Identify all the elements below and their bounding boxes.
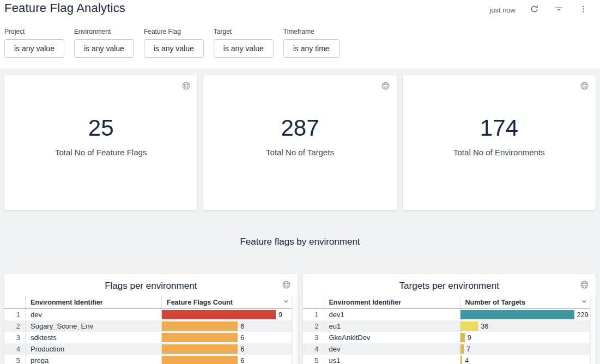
kpi-tile: 174 Total No of Environments (403, 75, 596, 210)
bar[interactable] (162, 310, 276, 319)
chevron-down-icon[interactable] (283, 298, 289, 306)
bar[interactable] (460, 310, 574, 319)
filter-value-button[interactable]: is any value (214, 39, 274, 58)
table-body: 1 dev1 229 2 eu1 36 3 GkeAnkitDev 9 4 de… (303, 309, 590, 364)
environment-identifier-cell: dev (25, 309, 161, 320)
filter-value-button[interactable]: is any value (144, 39, 204, 58)
bar[interactable] (162, 321, 238, 331)
table-row[interactable]: 5 prega 6 (4, 355, 292, 364)
table-row[interactable]: 5 us1 4 (303, 355, 590, 364)
measure-cell: 7 (460, 343, 590, 355)
bar-value-label: 229 (577, 311, 589, 319)
measure-cell: 6 (161, 320, 292, 332)
filter-label: Feature Flag (144, 28, 204, 35)
bar-value-label: 9 (278, 311, 282, 319)
filter-icon (554, 4, 563, 15)
globe-icon[interactable] (580, 280, 589, 292)
panel-row: Flags per environment Environment Identi… (4, 274, 596, 364)
scrollbar-track[interactable] (292, 296, 298, 364)
kpi-label: Total No of Feature Flags (55, 148, 147, 157)
section-title: Feature flags by environment (0, 236, 600, 247)
table-row[interactable]: 4 dev 7 (303, 343, 590, 355)
chart-tile: Flags per environment Environment Identi… (4, 274, 298, 364)
kpi-content: 287 Total No of Targets (266, 116, 334, 156)
column-header-measure[interactable]: Feature Flags Count (161, 296, 292, 308)
filter-label: Timeframe (283, 28, 340, 35)
bar-value-label: 4 (465, 357, 469, 364)
environment-identifier-cell: Sugary_Scone_Env (25, 320, 161, 332)
data-table: Environment Identifier Number of Targets… (303, 296, 591, 364)
data-table: Environment Identifier Feature Flags Cou… (4, 296, 292, 364)
chart-tile-header: Flags per environment (4, 274, 298, 296)
row-number-cell: 1 (303, 311, 324, 319)
kpi-tile: 287 Total No of Targets (203, 75, 396, 210)
bar[interactable] (460, 356, 463, 364)
filter-value-button[interactable]: is any value (4, 39, 64, 58)
table-body: 1 dev 9 2 Sugary_Scone_Env 6 3 sdktests … (4, 309, 292, 364)
column-header-measure[interactable]: Number of Targets (460, 296, 590, 308)
bar[interactable] (460, 333, 465, 342)
row-number-cell: 5 (303, 356, 324, 364)
table-row[interactable]: 2 Sugary_Scone_Env 6 (4, 320, 292, 332)
scrollbar-track[interactable] (590, 296, 596, 364)
table-row[interactable]: 3 GkeAnkitDev 9 (303, 332, 590, 343)
column-header-identifier[interactable]: Environment Identifier (324, 296, 460, 308)
environment-identifier-cell: Production (25, 343, 161, 355)
filter-label: Environment (74, 28, 134, 35)
row-number-cell: 4 (303, 345, 324, 353)
dashboard-menu-button[interactable] (578, 3, 589, 16)
bar-value-label: 6 (240, 323, 244, 330)
kebab-menu-icon (579, 4, 588, 15)
globe-icon[interactable] (381, 81, 390, 93)
table-row[interactable]: 1 dev 9 (4, 309, 292, 320)
globe-icon[interactable] (282, 280, 291, 292)
bar-value-label: 36 (481, 323, 488, 330)
kpi-value: 174 (453, 116, 545, 141)
bar[interactable] (162, 333, 238, 342)
measure-cell: 9 (161, 309, 292, 320)
bar[interactable] (162, 356, 238, 364)
table-row[interactable]: 4 Production 6 (4, 343, 292, 355)
filters-toggle-button[interactable] (553, 3, 565, 16)
column-header-measure-label: Number of Targets (465, 299, 525, 306)
filter-label: Project (4, 28, 64, 35)
table-header-row: Environment Identifier Number of Targets (303, 296, 590, 309)
filter-value-button[interactable]: is any value (74, 39, 134, 58)
dashboard: Feature Flag Analytics just now (0, 0, 600, 364)
bar[interactable] (460, 321, 478, 331)
environment-identifier-cell: us1 (324, 355, 460, 364)
refresh-button[interactable] (529, 3, 540, 16)
row-number-cell: 2 (4, 322, 25, 330)
globe-icon[interactable] (181, 81, 191, 93)
column-header-measure-label: Feature Flags Count (167, 299, 233, 306)
kpi-label: Total No of Targets (266, 148, 334, 157)
bar-value-label: 7 (466, 345, 470, 353)
column-header-identifier[interactable]: Environment Identifier (25, 296, 161, 308)
table-row[interactable]: 2 eu1 36 (303, 320, 590, 332)
environment-identifier-cell: dev1 (324, 309, 460, 320)
bar[interactable] (162, 344, 238, 354)
measure-cell: 36 (460, 320, 590, 332)
top-bar-actions: just now (489, 3, 589, 16)
filter-label: Target (214, 28, 274, 35)
bar[interactable] (460, 344, 464, 354)
kpi-content: 25 Total No of Feature Flags (55, 116, 147, 156)
measure-cell: 6 (161, 343, 292, 355)
chart-tile-header: Targets per environment (303, 274, 596, 296)
row-number-header (303, 296, 324, 308)
filter-group: Target is any value (214, 28, 274, 58)
kpi-content: 174 Total No of Environments (453, 116, 545, 156)
chevron-down-icon[interactable] (581, 298, 587, 306)
globe-icon[interactable] (580, 81, 589, 93)
measure-cell: 6 (161, 332, 292, 343)
top-bar: Feature Flag Analytics just now (0, 0, 600, 22)
table-row[interactable]: 1 dev1 229 (303, 309, 590, 320)
kpi-tile: 25 Total No of Feature Flags (4, 75, 197, 210)
bar-value-label: 6 (240, 357, 244, 364)
environment-identifier-cell: prega (25, 355, 161, 364)
row-number-cell: 4 (4, 345, 25, 353)
table-row[interactable]: 3 sdktests 6 (4, 332, 292, 343)
chart-title: Flags per environment (4, 274, 298, 292)
filter-value-button[interactable]: is any time (283, 39, 340, 58)
dashboard-body: 25 Total No of Feature Flags 287 Total N… (0, 69, 600, 364)
